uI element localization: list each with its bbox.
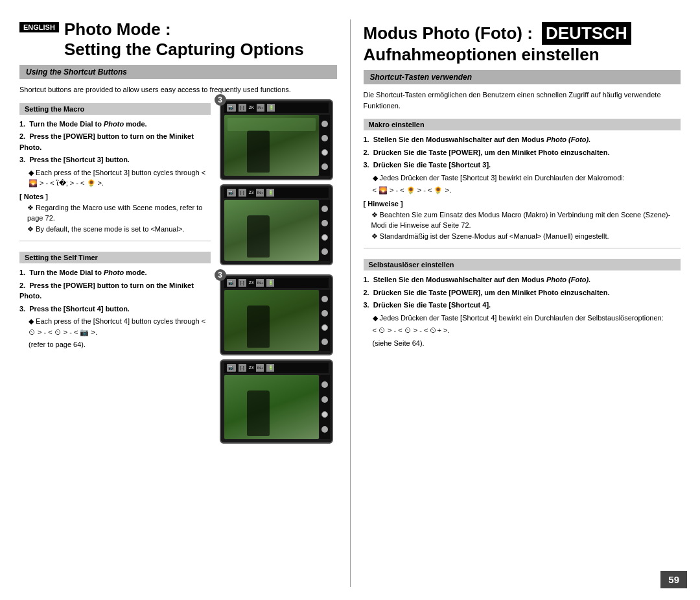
selbst-steps: 1. Stellen Sie den Moduswahlschalter auf…: [364, 274, 681, 348]
deutsch-badge: DEUTSCH: [542, 22, 631, 45]
left-section-bar: Using the Shortcut Buttons: [19, 65, 337, 79]
cam2-btn-1: [321, 206, 328, 212]
cam3-top-bar: 📷 [-] 23 IN+ 🔋: [224, 278, 329, 288]
left-content: Setting the Macro 1. Turn the Mode Dial …: [19, 99, 211, 444]
cam3-btn-3: [321, 324, 328, 331]
cam1-btn-4: [321, 163, 328, 170]
selbst-step-3: 3. Drücken Sie die Taste [Shortcut 4].: [364, 300, 681, 311]
cam1-resolution: 2K: [249, 105, 255, 110]
left-title: Photo Mode : Setting the Capturing Optio…: [64, 19, 304, 60]
makro-step-3: 3. Drücken Sie die Taste [Shortcut 3].: [364, 160, 681, 171]
right-section-bar: Shortcut-Tasten verwenden: [364, 70, 681, 84]
child-silhouette-1: [247, 130, 270, 173]
makro-steps: 1. Stellen Sie den Moduswahlschalter auf…: [364, 134, 681, 196]
macro-step-2: 2. Press the [POWER] button to turn on t…: [19, 131, 211, 152]
right-title-block: Modus Photo (Foto) : DEUTSCH Aufnahmeopt…: [364, 19, 681, 65]
english-badge: ENGLISH: [19, 22, 59, 32]
makro-step-1: 1. Stellen Sie den Moduswahlschalter auf…: [364, 134, 681, 145]
cam4-screen: [224, 375, 319, 439]
cam4-icon-2: [-]: [239, 364, 246, 372]
page-number: 59: [660, 571, 687, 588]
makro-step-3-sub: Jedes Drücken der Taste [Shortcut 3] bew…: [364, 173, 681, 184]
left-camera-images: 3 📷 [-] 2K IN+ 🔋: [211, 99, 337, 444]
camera-image-2: 📷 [-] 23 IN+ 🔋: [220, 184, 333, 265]
step-badge-3: 3: [215, 269, 226, 281]
hinweise-label: [ Hinweise ]: [364, 200, 681, 208]
right-column: Modus Photo (Foto) : DEUTSCH Aufnahmeopt…: [351, 19, 681, 587]
timer-step-3-sub: Each press of the [Shortcut 4] button cy…: [19, 316, 211, 337]
cam1-btn-1: [321, 121, 328, 127]
right-title: Modus Photo (Foto) : DEUTSCH Aufnahmeopt…: [364, 19, 681, 65]
self-timer-subbar: Setting the Self Timer: [19, 252, 211, 263]
cam2-right-bar: [320, 200, 330, 261]
child-silhouette-4: [247, 390, 270, 436]
selbst-seite: (siehe Seite 64).: [364, 338, 681, 349]
cam1-icon-4: 🔋: [267, 104, 275, 112]
cam4-icon-3: IN+: [256, 364, 264, 372]
cam4-resolution: 23: [249, 365, 254, 370]
cam2-icon-3: IN+: [256, 189, 264, 197]
camera-body-1: 📷 [-] 2K IN+ 🔋: [220, 99, 333, 180]
left-header: ENGLISH Photo Mode : Setting the Capturi…: [19, 19, 337, 60]
right-header: Modus Photo (Foto) : DEUTSCH Aufnahmeopt…: [364, 19, 681, 65]
cam4-right-bar: [320, 375, 330, 439]
camera-body-3: 📷 [-] 23 IN+ 🔋: [220, 274, 333, 355]
macro-step-1: 1. Turn the Mode Dial to Photo mode.: [19, 119, 211, 130]
cam2-btn-2: [321, 220, 328, 226]
cam3-btn-2: [321, 310, 328, 317]
cam3-btn-4: [321, 339, 328, 345]
cam1-btn-2: [321, 135, 328, 141]
makro-step-2: 2. Drücken Sie die Taste [POWER], um den…: [364, 147, 681, 158]
cam1-screen: [224, 115, 319, 176]
cam2-screen: [224, 200, 319, 261]
cam1-btn-3: [321, 149, 328, 156]
step-badge-1: 3: [215, 94, 226, 106]
cam2-icon-1: 📷: [227, 189, 236, 197]
cam2-resolution: 23: [249, 190, 254, 195]
camera-body-4: 📷 [-] 23 IN+ 🔋: [220, 359, 333, 444]
macro-note-1: Regarding the Macro use with Scene modes…: [19, 202, 211, 224]
macro-step-3: 3. Press the [Shortcut 3] button.: [19, 154, 211, 165]
cam2-btn-3: [321, 234, 328, 241]
timer-step-1: 1. Turn the Mode Dial to Photo mode.: [19, 267, 211, 278]
macro-steps: 1. Turn the Mode Dial to Photo mode. 2. …: [19, 119, 211, 189]
camera-image-4: 📷 [-] 23 IN+ 🔋: [220, 359, 333, 444]
makro-symbols: < 🌄 > - < 🌻 > - < 🌻 >.: [364, 185, 681, 196]
macro-notes: Regarding the Macro use with Scene modes…: [19, 202, 211, 235]
cam3-resolution: 23: [249, 280, 254, 285]
cam1-icon-3: IN+: [257, 104, 264, 112]
cam3-right-bar: [320, 290, 330, 351]
cam1-right-bar: [320, 115, 330, 176]
cam3-btn-1: [321, 296, 328, 302]
hinweise-list: Beachten Sie zum Einsatz des Modus Macro…: [364, 210, 681, 242]
bg-sky-1: [228, 118, 316, 131]
cam1-icon-1: 📷: [227, 104, 236, 112]
timer-step-3: 3. Press the [Shortcut 4] button.: [19, 304, 211, 315]
timer-step-2: 2. Press the [POWER] button to turn on t…: [19, 280, 211, 302]
hinweis-1: Beachten Sie zum Einsatz des Modus Macro…: [364, 210, 681, 231]
cam1-icon-2: [-]: [239, 104, 246, 112]
cam1-top-bar: 📷 [-] 2K IN+ 🔋: [224, 102, 329, 113]
selbst-step-2: 2. Drücken Sie die Taste [POWER], um den…: [364, 287, 681, 298]
child-silhouette-3: [247, 306, 270, 348]
macro-subbar: Setting the Macro: [19, 103, 211, 115]
selbst-step-1: 1. Stellen Sie den Moduswahlschalter auf…: [364, 274, 681, 285]
cam3-icon-2: [-]: [239, 279, 246, 287]
macro-notes-label: [ Notes ]: [19, 193, 211, 200]
self-timer-steps: 1. Turn the Mode Dial to Photo mode. 2. …: [19, 267, 211, 350]
camera-body-2: 📷 [-] 23 IN+ 🔋: [220, 184, 333, 265]
cam2-top-bar: 📷 [-] 23 IN+ 🔋: [224, 187, 329, 198]
cam2-icon-2: [-]: [239, 189, 246, 197]
cam4-btn-3: [321, 411, 328, 418]
camera-image-1: 3 📷 [-] 2K IN+ 🔋: [220, 99, 333, 180]
right-intro: Die Shortcut-Tasten ermöglichen den Benu…: [364, 90, 681, 111]
timer-refer: (refer to page 64).: [19, 339, 211, 350]
selbst-symbols: < ⏲ > - < ⏲ > - < ⏲+ >.: [364, 325, 681, 336]
child-silhouette-2: [247, 215, 270, 258]
makro-subbar: Makro einstellen: [364, 119, 681, 130]
cam3-icon-3: IN+: [256, 279, 264, 287]
cam2-btn-4: [321, 248, 328, 255]
left-intro: Shortcut buttons are provided to allow u…: [19, 84, 337, 95]
cam2-icon-4: 🔋: [266, 189, 274, 197]
cam3-icon-1: 📷: [227, 279, 236, 287]
